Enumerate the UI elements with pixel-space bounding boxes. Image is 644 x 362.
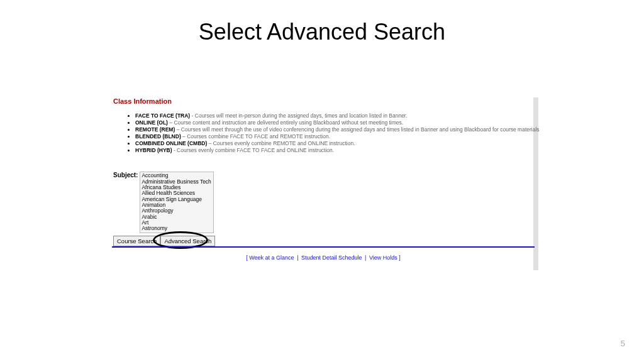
page-number: 5 bbox=[621, 339, 625, 348]
subject-label: Subject: bbox=[113, 172, 138, 178]
slide-title: Select Advanced Search bbox=[0, 19, 644, 45]
list-item: FACE TO FACE (TRA) - Courses will meet i… bbox=[135, 112, 541, 119]
screenshot-content: Class Information FACE TO FACE (TRA) - C… bbox=[113, 97, 541, 246]
subject-select[interactable]: Accounting Administrative Business Tech … bbox=[140, 172, 214, 233]
list-item: HYBRID (HYB) - Courses evenly combine FA… bbox=[135, 147, 541, 154]
class-info-header: Class Information bbox=[113, 97, 541, 105]
button-row: Course SearchAdvanced Search bbox=[113, 236, 541, 246]
view-holds-link[interactable]: View Holds bbox=[369, 255, 397, 261]
week-at-a-glance-link[interactable]: Week at a Glance bbox=[249, 255, 294, 261]
list-item: COMBINED ONLINE (CMBD) – Courses evenly … bbox=[135, 140, 541, 147]
list-item: REMOTE (REM) – Courses will meet through… bbox=[135, 126, 541, 133]
footer-links: [ Week at a Glance | Student Detail Sche… bbox=[113, 255, 533, 261]
subject-row: Subject: Accounting Administrative Busin… bbox=[113, 172, 541, 233]
divider-line bbox=[112, 246, 535, 248]
subject-option[interactable]: Astronomy bbox=[142, 226, 212, 231]
student-detail-schedule-link[interactable]: Student Detail Schedule bbox=[301, 255, 362, 261]
modality-list: FACE TO FACE (TRA) - Courses will meet i… bbox=[135, 112, 541, 154]
list-item: ONLINE (OL) – Course content and instruc… bbox=[135, 119, 541, 126]
course-search-button[interactable]: Course Search bbox=[113, 236, 160, 246]
list-item: BLENDED (BLND) – Courses combine FACE TO… bbox=[135, 133, 541, 140]
advanced-search-button[interactable]: Advanced Search bbox=[160, 236, 215, 246]
subject-option[interactable]: Arabic bbox=[142, 214, 212, 220]
